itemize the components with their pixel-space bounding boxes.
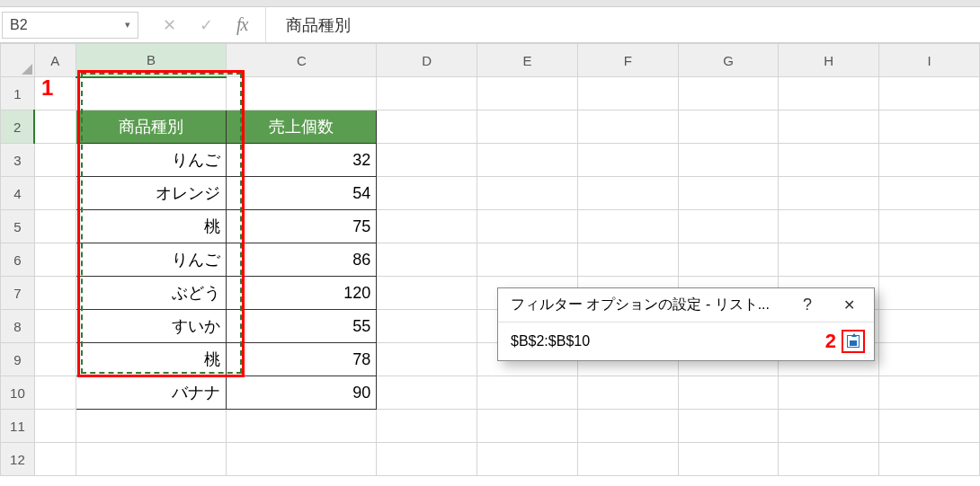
cell-I5[interactable] <box>879 210 980 243</box>
column-header-F[interactable]: F <box>577 44 678 77</box>
cell-G4[interactable] <box>678 177 779 210</box>
column-header-B[interactable]: B <box>76 44 227 77</box>
cell-C7[interactable]: 120 <box>227 277 377 310</box>
cell-E4[interactable] <box>477 177 578 210</box>
cell-E1[interactable] <box>477 77 578 110</box>
row-header-6[interactable]: 6 <box>1 243 35 277</box>
cell-B8[interactable]: すいか <box>76 310 227 343</box>
cell-I8[interactable] <box>879 310 980 343</box>
row-header-11[interactable]: 11 <box>1 410 35 443</box>
cell-H11[interactable] <box>779 410 879 443</box>
cell-B7[interactable]: ぶどう <box>76 277 227 310</box>
cell-I2[interactable] <box>879 110 980 144</box>
cell-I3[interactable] <box>879 144 980 177</box>
row-header-1[interactable]: 1 <box>1 77 35 110</box>
cell-G10[interactable] <box>678 376 779 410</box>
cell-I4[interactable] <box>879 177 980 210</box>
cell-A8[interactable] <box>34 310 76 343</box>
cell-G3[interactable] <box>678 144 779 177</box>
cell-D2[interactable] <box>377 110 477 144</box>
cell-B4[interactable]: オレンジ <box>76 177 227 210</box>
cell-C4[interactable]: 54 <box>227 177 377 210</box>
formula-input[interactable]: 商品種別 <box>266 12 980 39</box>
select-all-corner[interactable] <box>1 44 35 77</box>
cell-G5[interactable] <box>678 210 779 243</box>
cell-I12[interactable] <box>879 443 980 476</box>
cell-C8[interactable]: 55 <box>227 310 377 343</box>
cell-A11[interactable] <box>34 410 76 443</box>
dialog-titlebar[interactable]: フィルター オプションの設定 - リスト... ? ✕ <box>498 288 874 323</box>
cell-E10[interactable] <box>477 376 578 410</box>
row-header-8[interactable]: 8 <box>1 310 35 343</box>
cell-F12[interactable] <box>577 443 678 476</box>
cell-I7[interactable] <box>879 277 980 310</box>
cell-D1[interactable] <box>377 77 477 110</box>
cell-D6[interactable] <box>377 243 477 277</box>
cell-C10[interactable]: 90 <box>227 376 377 410</box>
cell-E2[interactable] <box>477 110 578 144</box>
cell-I1[interactable] <box>879 77 980 110</box>
cell-F11[interactable] <box>577 410 678 443</box>
cell-C2[interactable]: 売上個数 <box>227 110 377 144</box>
cell-D9[interactable] <box>377 343 477 376</box>
cell-A4[interactable] <box>34 177 76 210</box>
cell-H12[interactable] <box>779 443 879 476</box>
cell-H4[interactable] <box>779 177 879 210</box>
cell-B9[interactable]: 桃 <box>76 343 227 376</box>
column-header-G[interactable]: G <box>678 44 779 77</box>
cell-F3[interactable] <box>577 144 678 177</box>
cell-B1[interactable] <box>76 77 227 110</box>
cell-F10[interactable] <box>577 376 678 410</box>
cancel-icon[interactable]: ✕ <box>163 15 176 35</box>
column-header-D[interactable]: D <box>377 44 477 77</box>
cell-B3[interactable]: りんご <box>76 144 227 177</box>
name-box-dropdown-icon[interactable]: ▾ <box>125 19 130 31</box>
cell-D5[interactable] <box>377 210 477 243</box>
cell-I11[interactable] <box>879 410 980 443</box>
cell-C6[interactable]: 86 <box>227 243 377 277</box>
cell-A12[interactable] <box>34 443 76 476</box>
cell-F5[interactable] <box>577 210 678 243</box>
cell-H10[interactable] <box>779 376 879 410</box>
cell-C5[interactable]: 75 <box>227 210 377 243</box>
column-header-H[interactable]: H <box>779 44 879 77</box>
cell-C12[interactable] <box>227 443 377 476</box>
column-header-E[interactable]: E <box>477 44 578 77</box>
cell-H1[interactable] <box>779 77 879 110</box>
cell-F6[interactable] <box>577 243 678 277</box>
cell-D3[interactable] <box>377 144 477 177</box>
row-header-10[interactable]: 10 <box>1 376 35 410</box>
row-header-9[interactable]: 9 <box>1 343 35 376</box>
cell-F1[interactable] <box>577 77 678 110</box>
cell-D8[interactable] <box>377 310 477 343</box>
dialog-help-button[interactable]: ? <box>791 296 824 314</box>
cell-A7[interactable] <box>34 277 76 310</box>
cell-E11[interactable] <box>477 410 578 443</box>
cell-H5[interactable] <box>779 210 879 243</box>
cell-A3[interactable] <box>34 144 76 177</box>
cell-G12[interactable] <box>678 443 779 476</box>
cell-B12[interactable] <box>76 443 227 476</box>
fx-icon[interactable]: fx <box>236 14 247 35</box>
cell-G6[interactable] <box>678 243 779 277</box>
cell-E3[interactable] <box>477 144 578 177</box>
row-header-12[interactable]: 12 <box>1 443 35 476</box>
cell-E12[interactable] <box>477 443 578 476</box>
cell-B11[interactable] <box>76 410 227 443</box>
column-header-C[interactable]: C <box>227 44 377 77</box>
cell-F2[interactable] <box>577 110 678 144</box>
cell-D4[interactable] <box>377 177 477 210</box>
row-header-4[interactable]: 4 <box>1 177 35 210</box>
cell-I9[interactable] <box>879 343 980 376</box>
cell-C1[interactable] <box>227 77 377 110</box>
dialog-expand-button[interactable] <box>842 330 865 353</box>
cell-G11[interactable] <box>678 410 779 443</box>
row-header-3[interactable]: 3 <box>1 144 35 177</box>
cell-B5[interactable]: 桃 <box>76 210 227 243</box>
cell-C3[interactable]: 32 <box>227 144 377 177</box>
cell-H2[interactable] <box>779 110 879 144</box>
cell-H3[interactable] <box>779 144 879 177</box>
cell-F4[interactable] <box>577 177 678 210</box>
row-header-5[interactable]: 5 <box>1 210 35 243</box>
cell-D11[interactable] <box>377 410 477 443</box>
